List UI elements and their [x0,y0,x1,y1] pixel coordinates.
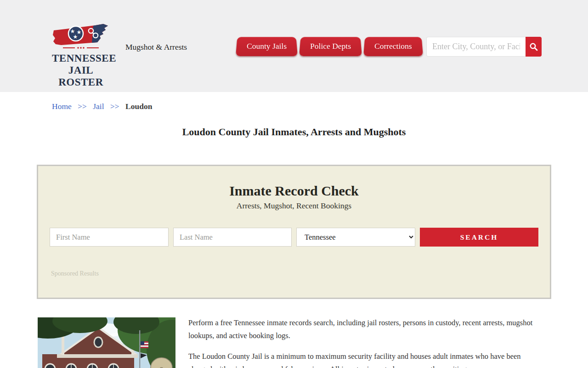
nav-corrections-label: Corrections [374,41,412,51]
page-root: ★ ★ ★ TENNESSEE JAIL ROSTER Mugshot & Ar… [0,0,588,368]
tennessee-state-logo-icon: ★ ★ ★ [52,22,110,50]
nav-county-jails[interactable]: County Jails [236,36,298,56]
inmate-search-form: Tennessee SEARCH [50,228,538,247]
nav-county-jails-label: County Jails [247,41,287,51]
page-title: Loudon County Jail Inmates, Arrests and … [0,126,588,138]
panel-subtitle: Arrests, Mugshot, Recent Bookings [38,201,550,211]
courthouse-photo: LOUDON COUNTY COURTHOUSE [38,317,175,368]
main-nav: County Jails Police Depts Corrections [236,36,424,56]
site-header: ★ ★ ★ TENNESSEE JAIL ROSTER Mugshot & Ar… [0,0,588,92]
breadcrumb-separator: >> [110,102,119,111]
intro-paragraph: Perform a free Tennessee inmate records … [188,316,534,342]
site-logo[interactable]: ★ ★ ★ TENNESSEE JAIL ROSTER [52,22,110,88]
site-tagline: Mugshot & Arrests [125,42,187,52]
search-icon [529,42,538,51]
sponsored-results-label: Sponsored Results [51,270,99,277]
breadcrumb-jail-link[interactable]: Jail [93,102,104,111]
header-search-button[interactable] [526,37,542,57]
search-button[interactable]: SEARCH [420,228,538,247]
nav-police-depts-label: Police Depts [310,41,351,51]
us-flag-icon [141,341,148,348]
first-name-input[interactable] [50,228,169,247]
panel-title: Inmate Record Check [38,183,550,199]
article-text: Perform a free Tennessee inmate records … [188,316,534,368]
logo-subtitle: JAIL ROSTER [52,64,110,88]
nav-police-depts[interactable]: Police Depts [299,36,362,56]
breadcrumb-current: Loudon [125,102,152,111]
breadcrumb: Home >> Jail >> Loudon [52,102,152,111]
courthouse-photo-illustration: LOUDON COUNTY COURTHOUSE [38,317,175,368]
breadcrumb-home-link[interactable]: Home [52,102,72,111]
inmate-record-check-panel: Inmate Record Check Arrests, Mugshot, Re… [37,165,551,299]
nav-corrections[interactable]: Corrections [363,36,423,56]
jail-description-paragraph: The Loudon County Jail is a minimum to m… [188,350,534,368]
last-name-input[interactable] [173,228,292,247]
svg-text:★: ★ [73,34,78,40]
header-search-input[interactable] [426,37,526,57]
breadcrumb-separator: >> [78,102,87,111]
header-search [426,37,542,57]
state-select[interactable]: Tennessee [296,228,415,247]
logo-title: TENNESSEE [52,52,110,64]
